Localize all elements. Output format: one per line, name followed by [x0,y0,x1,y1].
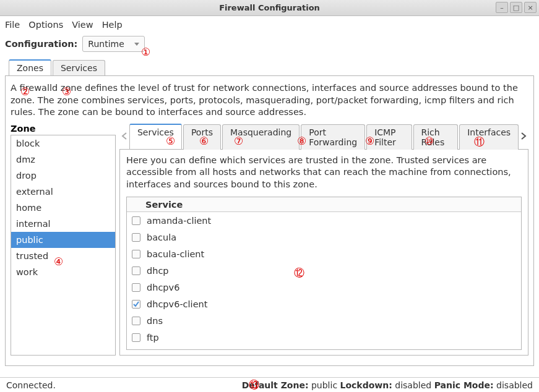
service-label: amanda-client [147,216,211,226]
zone-item-home[interactable]: home [11,200,115,216]
zone-item-external[interactable]: external [11,184,115,200]
status-summary: Default Zone: public Lockdown: disabled … [242,380,533,390]
service-label: dhcp [147,266,169,276]
inner-tab-strip-row: ServicesPortsMasqueradingPort Forwarding… [119,124,528,149]
status-lockdown-label: Lockdown: [340,380,392,390]
tab-scroll-right[interactable] [519,130,528,142]
menu-file[interactable]: File [5,20,20,30]
zone-list-pane: Zone blockdmzdropexternalhomeinternalpub… [11,124,116,356]
service-row-dhcp[interactable]: dhcp [127,262,521,279]
window-close-button[interactable]: × [524,2,537,13]
inner-tab-ports[interactable]: Ports [183,124,221,150]
status-default-zone-label: Default Zone: [242,380,309,390]
tab-zones[interactable]: Zones [9,59,51,75]
status-connection: Connected. [6,380,56,390]
inner-tab-rich-rules[interactable]: Rich Rules [413,124,459,150]
inner-tab-services[interactable]: Services [129,124,182,149]
services-col-header: Service [127,200,183,210]
service-checkbox-amanda-client[interactable] [132,216,140,225]
service-row-ftp[interactable]: ftp [127,329,521,346]
services-table: Service amanda-clientbaculabacula-client… [126,197,522,349]
zone-item-drop[interactable]: drop [11,168,115,184]
service-label: ftp [147,333,159,343]
service-label: dhcpv6 [147,283,179,292]
service-label: bacula [147,232,176,242]
tab-scroll-left[interactable] [119,130,129,142]
service-label: dns [147,316,163,326]
service-checkbox-bacula-client[interactable] [132,250,140,258]
service-row-high-availability[interactable]: high-availability [127,346,521,347]
service-row-bacula[interactable]: bacula [127,229,521,245]
service-checkbox-dns[interactable] [132,317,140,325]
window-minimize-button[interactable]: – [496,2,508,13]
menubar: File Options View Help [0,16,539,33]
status-panic-value: disabled [496,380,533,390]
inner-tab-strip: ServicesPortsMasqueradingPort Forwarding… [129,124,519,149]
service-checkbox-dhcpv6[interactable] [132,283,140,292]
services-table-body[interactable]: amanda-clientbaculabacula-clientdhcpdhcp… [127,212,521,347]
zone-column-header: Zone [11,124,116,134]
configuration-label: Configuration: [5,39,77,49]
status-panic-label: Panic Mode: [434,380,494,390]
zone-item-internal[interactable]: internal [11,216,115,232]
zone-description: A firewalld zone defines the level of tr… [11,82,528,119]
inner-tab-port-forwarding[interactable]: Port Forwarding [301,124,365,150]
service-row-dhcpv6[interactable]: dhcpv6 [127,279,521,296]
zone-item-work[interactable]: work [11,264,115,280]
inner-tab-masquerading[interactable]: Masquerading [222,124,300,150]
service-row-dns[interactable]: dns [127,312,521,329]
services-panel: Here you can define which services are t… [119,149,528,356]
titlebar: Firewall Configuration – □ × [0,0,539,16]
menu-view[interactable]: View [72,20,93,30]
inner-tab-interfaces[interactable]: Interfaces [459,124,519,150]
status-default-zone-value: public [311,380,337,390]
zone-detail-pane: ServicesPortsMasqueradingPort Forwarding… [119,124,528,356]
zone-item-public[interactable]: public [11,232,115,248]
configuration-combo-value: Runtime [88,39,124,49]
service-row-dhcpv6-client[interactable]: dhcpv6-client [127,296,521,312]
tab-services[interactable]: Services [53,60,105,76]
main-tab-strip: Zones Services [9,59,534,75]
statusbar: Connected. Default Zone: public Lockdown… [0,377,539,392]
status-lockdown-value: disabled [395,380,431,390]
zone-list[interactable]: blockdmzdropexternalhomeinternalpublictr… [11,135,116,356]
service-checkbox-dhcp[interactable] [132,266,140,275]
service-checkbox-bacula[interactable] [132,233,140,242]
configuration-combo[interactable]: Runtime [82,36,144,52]
service-row-amanda-client[interactable]: amanda-client [127,212,521,229]
service-label: bacula-client [147,249,204,259]
service-label: dhcpv6-client [147,299,207,309]
tab-zones-panel: A firewalld zone defines the level of tr… [5,75,534,366]
zone-item-trusted[interactable]: trusted [11,248,115,264]
services-table-header: Service [127,197,521,212]
services-description: Here you can define which services are t… [126,155,522,191]
window-title: Firewall Configuration [219,3,320,12]
service-row-bacula-client[interactable]: bacula-client [127,245,521,262]
service-checkbox-dhcpv6-client[interactable] [132,300,140,309]
zone-item-dmz[interactable]: dmz [11,151,115,168]
chevron-down-icon [134,43,139,46]
window-maximize-button[interactable]: □ [510,2,522,13]
menu-help[interactable]: Help [102,20,123,30]
menu-options[interactable]: Options [28,20,63,30]
zone-item-block[interactable]: block [11,135,115,151]
configuration-row: Configuration: Runtime [0,33,539,54]
inner-tab-icmp-filter[interactable]: ICMP Filter [366,124,412,150]
main-notebook: Zones Services A firewalld zone defines … [5,59,534,366]
service-checkbox-ftp[interactable] [132,333,140,342]
